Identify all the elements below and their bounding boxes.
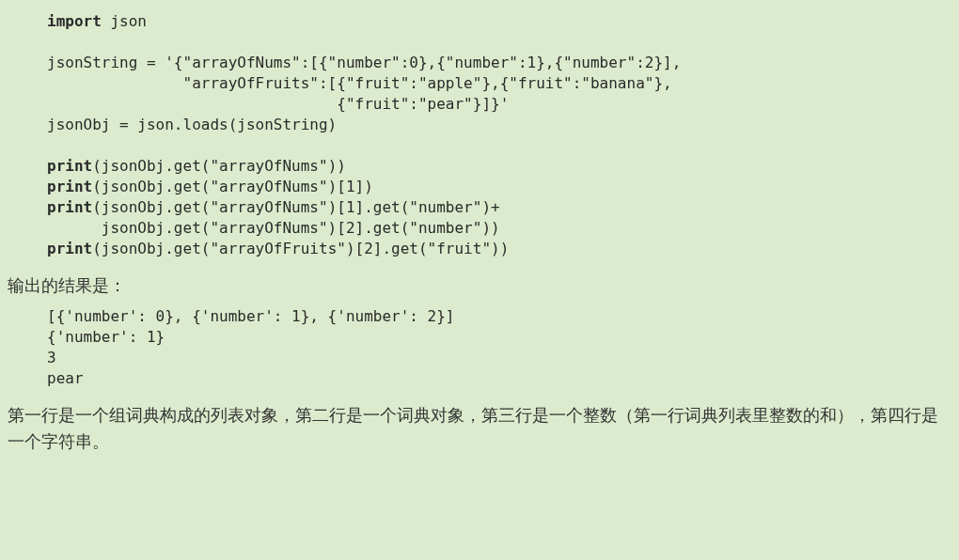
code-line-10b: (jsonObj.get("arrayOfFruits")[2].get("fr… [92,240,509,257]
kw-import: import [47,12,102,30]
code-line-2: jsonString = '{"arrayOfNums":[{"number":… [47,54,681,71]
output-label: 输出的结果是： [0,259,959,299]
output-line-1: [{'number': 0}, {'number': 1}, {'number'… [47,307,454,325]
kw-print-4: print [47,240,92,257]
kw-print-3: print [47,198,92,216]
output-line-4: pear [47,369,84,387]
code-line-8b: (jsonObj.get("arrayOfNums")[1].get("numb… [92,198,499,216]
code-line-6b: (jsonObj.get("arrayOfNums")) [92,157,346,175]
code-line-4: {"fruit":"pear"}]}' [47,95,509,113]
output-line-2: {'number': 1} [47,328,165,346]
code-line-3: "arrayOfFruits":[{"fruit":"apple"},{"fru… [47,74,672,92]
explanation-paragraph: 第一行是一个组词典构成的列表对象，第二行是一个词典对象，第三行是一个整数（第一行… [0,389,959,455]
code-line-9: jsonObj.get("arrayOfNums")[2].get("numbe… [47,219,500,237]
code-line-1b: json [102,12,147,30]
kw-print-2: print [47,178,92,195]
code-block: import json jsonString = '{"arrayOfNums"… [0,0,959,259]
kw-print-1: print [47,157,92,175]
output-block: [{'number': 0}, {'number': 1}, {'number'… [0,299,959,389]
output-line-3: 3 [47,349,56,366]
code-line-5: jsonObj = json.loads(jsonString) [47,116,337,133]
code-line-7b: (jsonObj.get("arrayOfNums")[1]) [92,178,373,195]
